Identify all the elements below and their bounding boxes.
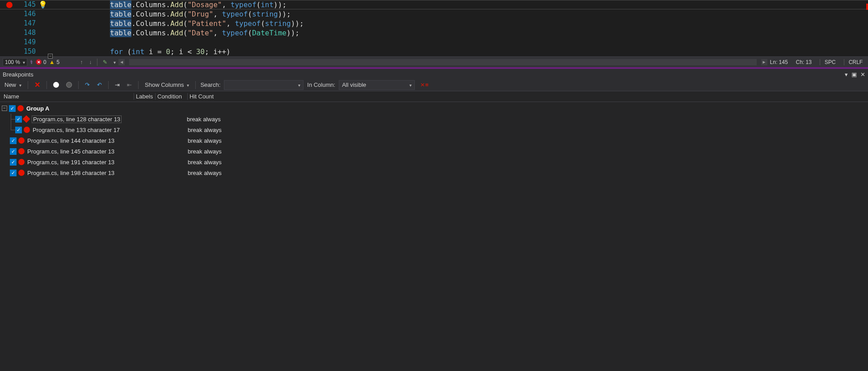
- scroll-right-button[interactable]: ►: [761, 59, 767, 65]
- checkbox[interactable]: ✓: [15, 116, 22, 123]
- separator: [195, 81, 196, 89]
- separator: [46, 81, 47, 89]
- search-input[interactable]: [224, 80, 303, 90]
- enable-all-icon: [53, 82, 59, 88]
- nav-up-button[interactable]: ↑: [78, 59, 84, 65]
- breakpoints-header-row: Name Labels Condition Hit Count: [0, 91, 868, 102]
- checkbox[interactable]: ✓: [10, 148, 17, 155]
- expand-toggle-icon[interactable]: −: [2, 106, 7, 111]
- zoom-combo[interactable]: 100 %: [3, 58, 27, 66]
- hit-count-text: break always: [188, 137, 868, 144]
- fold-box-icon[interactable]: [48, 54, 53, 59]
- breakpoint-row[interactable]: ✓Program.cs, line 128 character 13break …: [0, 114, 868, 124]
- checkbox[interactable]: ✓: [15, 127, 22, 133]
- go-to-disasm-button[interactable]: ⇤: [125, 81, 134, 89]
- warning-count[interactable]: ▲ 5: [49, 59, 60, 65]
- in-column-combo[interactable]: All visible: [339, 80, 415, 90]
- pin-icon[interactable]: ▣: [851, 71, 857, 78]
- code-line[interactable]: 150for (int i = 0; i < 30; i++): [0, 47, 868, 56]
- window-position-icon[interactable]: ▾: [845, 71, 848, 78]
- go-to-source-button[interactable]: ⇥: [113, 81, 122, 89]
- checkbox[interactable]: ✓: [9, 105, 16, 112]
- breakpoint-group-row[interactable]: −✓Group A: [0, 103, 868, 114]
- show-columns-button[interactable]: Show Columns: [143, 81, 191, 89]
- breakpoint-name: Program.cs, line 144 character 13: [27, 137, 114, 144]
- line-number: 147: [19, 19, 38, 28]
- hit-count-text: break always: [187, 116, 868, 123]
- breakpoint-icon: [24, 127, 30, 133]
- tree-line: [7, 124, 15, 135]
- breakpoint-icon: [18, 137, 25, 144]
- horizontal-scrollbar[interactable]: [129, 59, 756, 65]
- hit-count-text: break always: [188, 170, 868, 176]
- panel-titlebar[interactable]: Breakpoints ▾ ▣ ✕: [0, 69, 868, 79]
- breakpoint-row[interactable]: ✓Program.cs, line 198 character 13break …: [0, 167, 868, 178]
- column-header-labels[interactable]: Labels: [134, 93, 156, 100]
- code-line[interactable]: 146table.Columns.Add("Drug", typeof(stri…: [0, 9, 868, 19]
- enable-all-button[interactable]: [51, 81, 61, 89]
- tree-line: [7, 114, 15, 124]
- breakpoint-row[interactable]: ✓Program.cs, line 145 character 13break …: [0, 146, 868, 157]
- separator: [28, 81, 28, 89]
- line-number: 148: [19, 28, 38, 38]
- column-header-condition[interactable]: Condition: [156, 93, 188, 100]
- eol-mode[interactable]: CRLF: [844, 59, 863, 65]
- code-text[interactable]: for (int i = 0; i < 30; i++): [65, 47, 231, 56]
- breakpoints-list: −✓Group A✓Program.cs, line 128 character…: [0, 102, 868, 178]
- breakpoint-name: Program.cs, line 133 character 17: [33, 127, 120, 133]
- caret-line: Ln: 145: [770, 59, 788, 65]
- breakpoint-icon: [18, 159, 25, 165]
- error-icon: ✕: [36, 59, 42, 65]
- clear-search-button[interactable]: ⨯≡: [418, 81, 430, 89]
- lightbulb-icon[interactable]: 💡: [38, 0, 47, 9]
- chevron-down-icon: [21, 59, 25, 65]
- panel-title: Breakpoints: [3, 71, 845, 78]
- error-count[interactable]: ✕ 0: [36, 59, 46, 65]
- code-text[interactable]: table.Columns.Add("Dosage", typeof(int))…: [65, 0, 287, 9]
- code-text[interactable]: table.Columns.Add("Drug", typeof(string)…: [65, 9, 291, 19]
- code-line[interactable]: 147table.Columns.Add("Patient", typeof(s…: [0, 19, 868, 28]
- checkbox[interactable]: ✓: [10, 137, 17, 144]
- chevron-down-icon[interactable]: [112, 59, 116, 65]
- cleanup-button[interactable]: ✎: [101, 59, 109, 65]
- line-number: 146: [19, 9, 38, 19]
- breakpoint-row[interactable]: ✓Program.cs, line 133 character 17break …: [0, 124, 868, 135]
- breakpoint-row[interactable]: ✓Program.cs, line 144 character 13break …: [0, 135, 868, 146]
- chevron-down-icon: [185, 81, 189, 88]
- separator: [78, 81, 79, 89]
- code-text[interactable]: table.Columns.Add("Date", typeof(DateTim…: [65, 28, 299, 38]
- divider: [97, 59, 97, 66]
- new-breakpoint-button[interactable]: New: [3, 81, 23, 89]
- hit-count-text: break always: [188, 127, 868, 133]
- breakpoints-toolbar: New ✕ ↷ ↶ ⇥ ⇤ Show Columns Search: In Co…: [0, 79, 868, 91]
- column-header-name[interactable]: Name: [0, 93, 134, 100]
- code-line[interactable]: 148table.Columns.Add("Date", typeof(Date…: [0, 28, 868, 38]
- import-button[interactable]: ↶: [95, 81, 104, 89]
- disable-all-button[interactable]: [64, 81, 74, 89]
- export-button[interactable]: ↷: [83, 81, 92, 89]
- checkbox[interactable]: ✓: [10, 159, 17, 166]
- breakpoint-icon[interactable]: [6, 2, 13, 8]
- close-icon[interactable]: ✕: [860, 71, 865, 78]
- separator: [108, 81, 109, 89]
- code-text[interactable]: table.Columns.Add("Patient", typeof(stri…: [65, 19, 304, 28]
- checkbox[interactable]: ✓: [10, 170, 17, 176]
- zoom-value: 100 %: [5, 59, 20, 65]
- code-line[interactable]: 149: [0, 38, 868, 47]
- search-label: Search:: [200, 81, 220, 88]
- breakpoint-row[interactable]: ✓Program.cs, line 191 character 13break …: [0, 157, 868, 167]
- breakpoint-name: Program.cs, line 198 character 13: [27, 170, 114, 176]
- hit-count-text: break always: [188, 159, 868, 166]
- column-header-hitcount[interactable]: Hit Count: [188, 93, 868, 100]
- glyph-margin[interactable]: [0, 2, 19, 8]
- code-editor[interactable]: 145💡table.Columns.Add("Dosage", typeof(i…: [0, 0, 868, 67]
- delete-breakpoint-button[interactable]: ✕: [33, 80, 42, 90]
- nav-down-button[interactable]: ↓: [87, 59, 93, 65]
- chevron-down-icon: [17, 81, 21, 88]
- code-line[interactable]: 145💡table.Columns.Add("Dosage", typeof(i…: [0, 0, 868, 9]
- scroll-left-button[interactable]: ◄: [118, 59, 125, 65]
- breakpoint-icon: [18, 148, 25, 154]
- indent-mode[interactable]: SPC: [820, 59, 836, 65]
- health-icon[interactable]: ⚕: [30, 59, 33, 65]
- breakpoint-name: Program.cs, line 145 character 13: [27, 148, 114, 155]
